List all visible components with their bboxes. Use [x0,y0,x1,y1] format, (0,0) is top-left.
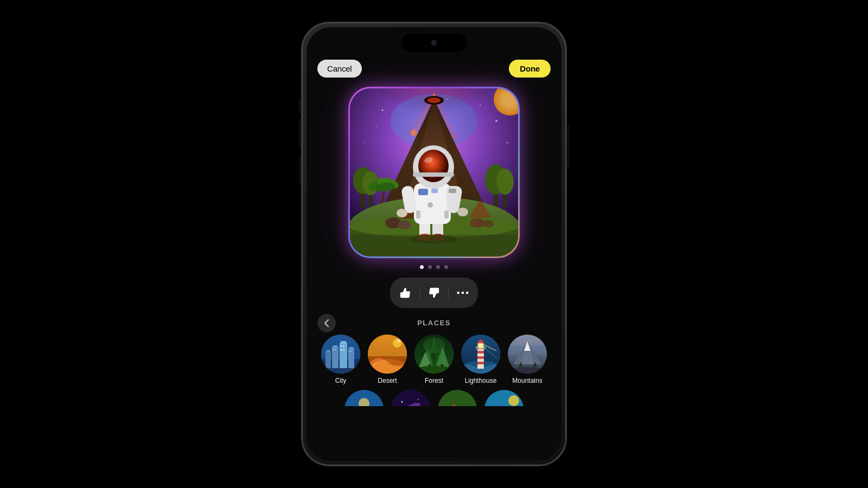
category-beach-partial[interactable] [484,390,524,406]
phone-body: Cancel Done [301,22,567,466]
category-galaxy-partial[interactable] [391,390,430,406]
category-desert[interactable]: Desert [368,335,407,384]
like-button[interactable] [393,282,417,304]
svg-point-58 [397,209,407,217]
section-title: PLACES [417,319,451,327]
category-lighthouse[interactable]: Lighthouse [461,335,500,384]
section-header: PLACES [307,319,561,327]
back-button[interactable] [317,314,336,332]
svg-point-59 [457,208,468,216]
svg-point-41 [398,221,411,229]
svg-point-42 [470,218,485,228]
more-icon [457,291,469,294]
category-forest[interactable]: Forest [414,335,454,384]
divider-1 [419,286,420,299]
mute-button [299,98,301,114]
mountains-icon [508,335,547,374]
desert-icon [368,335,407,374]
categories-row-2 [336,384,532,406]
category-ocean-partial[interactable] [344,390,384,406]
svg-point-70 [462,292,464,294]
svg-point-4 [376,126,378,127]
svg-rect-55 [444,210,449,219]
camera-dot [431,40,437,46]
power-button [567,125,569,168]
svg-rect-137 [438,390,477,406]
svg-rect-79 [341,341,346,344]
svg-rect-81 [349,347,353,349]
action-pill [390,278,478,308]
svg-point-18 [452,134,456,138]
svg-rect-111 [477,356,484,359]
svg-point-7 [363,142,364,143]
action-bar [307,278,561,308]
svg-rect-90 [321,368,360,374]
svg-point-1 [382,110,384,111]
image-container [307,83,561,269]
svg-point-145 [508,395,519,406]
category-city[interactable]: City [321,335,360,384]
svg-rect-75 [327,350,330,352]
svg-rect-131 [391,390,430,406]
svg-rect-86 [333,349,334,350]
dislike-button[interactable] [422,282,446,304]
lighthouse-icon [461,335,500,374]
places-section: PLACES [307,319,561,406]
svg-rect-88 [349,351,350,352]
svg-point-134 [401,401,403,403]
svg-point-93 [393,339,401,348]
more-button[interactable] [451,282,475,304]
svg-rect-85 [343,349,344,351]
svg-point-32 [496,169,514,195]
city-label: City [335,377,347,384]
phone-screen: Cancel Done [307,27,561,461]
svg-point-135 [418,399,419,400]
svg-point-53 [427,202,433,208]
svg-point-15 [411,130,417,136]
svg-rect-110 [477,351,484,354]
svg-rect-77 [333,345,337,348]
forest-label: Forest [425,377,443,384]
svg-point-71 [466,292,469,294]
svg-point-43 [483,220,494,228]
divider-2 [448,286,449,299]
svg-rect-54 [416,210,420,219]
svg-rect-64 [413,172,454,177]
dot-2 [428,265,432,269]
svg-point-6 [507,142,508,144]
lighthouse-label: Lighthouse [465,377,497,384]
scene-svg [350,88,518,256]
forest-icon [414,335,454,374]
volume-up-button [299,119,301,149]
done-button[interactable]: Done [509,60,551,78]
svg-rect-84 [340,349,342,351]
svg-rect-89 [351,351,352,352]
cancel-button[interactable]: Cancel [317,60,362,78]
volume-down-button [299,155,301,184]
svg-point-69 [457,292,459,294]
svg-rect-128 [508,335,547,345]
page-indicators [420,265,448,269]
image-wrapper [350,88,518,256]
svg-rect-66 [449,189,456,193]
thumbs-up-icon [399,287,411,299]
thumbs-down-icon [428,287,440,299]
main-image [350,88,518,256]
svg-point-24 [427,98,441,103]
category-mountains[interactable]: Mountains [508,335,547,384]
svg-rect-51 [418,189,428,195]
mountains-label: Mountains [512,377,542,384]
desert-label: Desert [378,377,397,384]
svg-point-5 [495,120,497,122]
svg-rect-74 [326,351,331,370]
dot-4 [444,265,448,269]
category-village-partial[interactable] [438,390,477,406]
svg-rect-87 [335,349,336,350]
svg-rect-52 [431,189,438,193]
svg-rect-92 [368,335,407,356]
svg-rect-82 [340,345,342,347]
dynamic-island [401,34,467,52]
svg-rect-112 [477,362,484,364]
chevron-left-icon [324,319,329,328]
categories-row-1: City [312,335,556,384]
